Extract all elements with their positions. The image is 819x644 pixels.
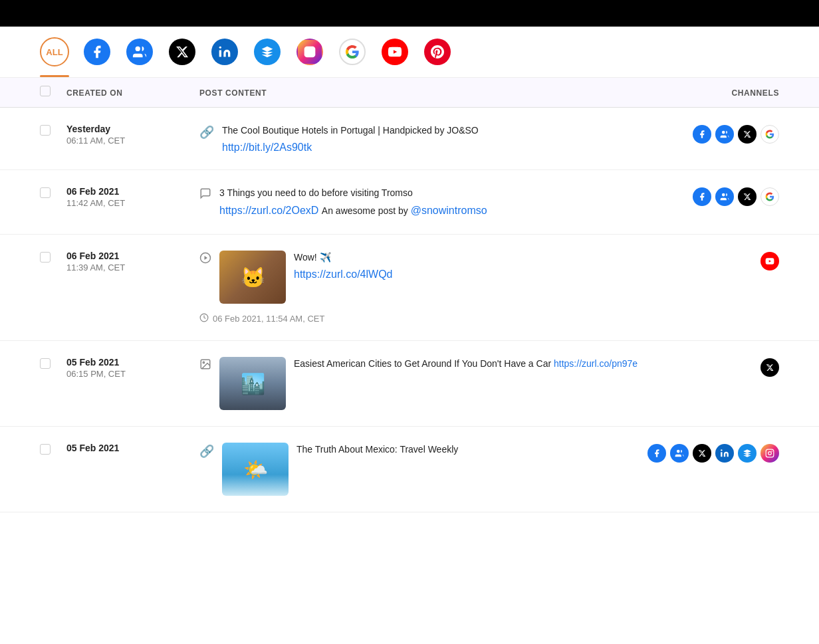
- channel-x-icon: [738, 125, 757, 144]
- header-check-col: [40, 86, 66, 99]
- post-date: 05 Feb 2021: [66, 443, 199, 453]
- row-check[interactable]: [40, 443, 66, 457]
- row-content: 🔗 The Cool Boutique Hotels in Portugal |…: [199, 124, 646, 154]
- post-text: Easiest American Cities to Get Around If…: [294, 357, 638, 371]
- linkedin-icon: [218, 45, 231, 58]
- post-link[interactable]: https://zurl.co/4lWQd: [294, 268, 393, 280]
- row-date: 06 Feb 2021 11:42 AM, CET: [66, 186, 199, 208]
- link-type-icon: 🔗: [199, 444, 214, 459]
- channel-groups-icon: [715, 187, 734, 206]
- svg-point-5: [722, 131, 725, 134]
- scheduled-time-text: 06 Feb 2021, 11:54 AM, CET: [213, 314, 324, 324]
- post-time: 06:11 AM, CET: [66, 136, 199, 146]
- svg-point-1: [219, 47, 221, 49]
- tab-facebook[interactable]: [82, 37, 112, 66]
- channel-google-icon: [760, 125, 779, 144]
- post-time: 06:15 PM, CET: [66, 369, 199, 379]
- post-link[interactable]: https://zurl.co/pn97e: [554, 358, 638, 369]
- channel-buffer-icon: [738, 444, 757, 463]
- row-channels: [646, 443, 779, 463]
- row-channels: [646, 186, 779, 206]
- row-date: 05 Feb 2021 06:15 PM, CET: [66, 357, 199, 379]
- row-check[interactable]: [40, 124, 66, 138]
- channel-google-icon: [760, 187, 779, 206]
- post-time: 11:39 AM, CET: [66, 263, 199, 272]
- row-date: Yesterday 06:11 AM, CET: [66, 124, 199, 146]
- svg-rect-15: [766, 449, 774, 457]
- filter-tabs: ALL: [0, 27, 819, 78]
- text-type-icon: [199, 187, 211, 203]
- row-channels: [646, 357, 779, 377]
- svg-rect-2: [304, 47, 316, 58]
- post-date: 05 Feb 2021: [66, 357, 199, 368]
- row-content: 🐱 Wow! ✈️ https://zurl.co/4lWQd 06 Feb 2…: [199, 251, 646, 324]
- row-channels: [646, 124, 779, 144]
- image-type-icon: [199, 358, 211, 374]
- tab-google[interactable]: [338, 37, 367, 66]
- post-content-header: POST CONTENT: [199, 88, 267, 98]
- post-date: Yesterday: [66, 124, 199, 134]
- channel-x-icon: [738, 187, 757, 206]
- post-mention[interactable]: @snowintromso: [411, 205, 487, 216]
- row-date: 05 Feb 2021: [66, 443, 199, 453]
- facebook-icon: [90, 45, 104, 59]
- table-row: 05 Feb 2021 🔗 🌤️ The Truth About Mexico:…: [0, 427, 819, 512]
- channel-instagram-icon: [760, 444, 779, 463]
- table-row: 05 Feb 2021 06:15 PM, CET 🏙️ Easiest Ame…: [0, 341, 819, 427]
- channel-linkedin-icon: [715, 444, 734, 463]
- post-text: Wow! ✈️: [294, 251, 393, 265]
- post-date: 06 Feb 2021: [66, 186, 199, 197]
- google-icon: [345, 45, 360, 59]
- tab-instagram[interactable]: [295, 37, 324, 66]
- tab-buffer[interactable]: [253, 37, 282, 66]
- channel-facebook-icon: [693, 187, 711, 206]
- row-check[interactable]: [40, 186, 66, 201]
- svg-point-0: [136, 47, 140, 51]
- instagram-icon: [303, 45, 316, 58]
- row-check[interactable]: [40, 251, 66, 265]
- clock-icon: [199, 313, 209, 324]
- tab-youtube[interactable]: [380, 37, 410, 66]
- svg-point-12: [203, 362, 204, 363]
- header-date-col: CREATED ON: [66, 86, 199, 98]
- post-text: 3 Things you need to do before visiting …: [219, 186, 487, 200]
- tab-groups[interactable]: [125, 37, 154, 66]
- video-type-icon: [199, 252, 211, 267]
- svg-point-13: [677, 450, 680, 453]
- tab-x[interactable]: [168, 37, 197, 66]
- channel-facebook-icon: [647, 444, 666, 463]
- row-check[interactable]: [40, 357, 66, 372]
- row-date: 06 Feb 2021 11:39 AM, CET: [66, 251, 199, 272]
- post-link-suffix: An awesome post by: [322, 205, 411, 216]
- tab-all[interactable]: ALL: [40, 37, 69, 66]
- post-link[interactable]: http://bit.ly/2As90tk: [222, 142, 479, 154]
- select-all-checkbox[interactable]: [40, 86, 51, 96]
- channel-x-icon: [760, 358, 779, 377]
- channel-facebook-icon: [693, 125, 711, 144]
- channel-youtube-icon: [760, 252, 779, 270]
- pinterest-icon: [431, 45, 444, 58]
- svg-point-14: [721, 449, 722, 451]
- table-header: CREATED ON POST CONTENT CHANNELS: [0, 78, 819, 108]
- table-row: Yesterday 06:11 AM, CET 🔗 The Cool Bouti…: [0, 108, 819, 170]
- top-bar: [0, 0, 819, 27]
- created-on-header: CREATED ON: [66, 88, 122, 98]
- channel-groups-icon: [670, 444, 689, 463]
- row-content: 🔗 🌤️ The Truth About Mexico: Travel Week…: [199, 443, 646, 496]
- post-date: 06 Feb 2021: [66, 251, 199, 261]
- header-channels-col: CHANNELS: [646, 86, 779, 98]
- post-link[interactable]: https://zurl.co/2OexD: [219, 205, 318, 216]
- tab-pinterest[interactable]: [423, 37, 452, 66]
- post-text: The Cool Boutique Hotels in Portugal | H…: [222, 124, 479, 138]
- all-tab-label: ALL: [46, 47, 62, 57]
- post-time: 11:42 AM, CET: [66, 198, 199, 208]
- link-type-icon: 🔗: [199, 125, 214, 140]
- row-channels: [646, 251, 779, 270]
- svg-point-16: [768, 452, 772, 455]
- svg-point-6: [722, 193, 725, 197]
- x-icon: [176, 45, 189, 58]
- groups-icon: [132, 45, 147, 59]
- tab-linkedin[interactable]: [210, 37, 239, 66]
- youtube-icon: [388, 45, 402, 59]
- channel-x-icon: [693, 444, 711, 463]
